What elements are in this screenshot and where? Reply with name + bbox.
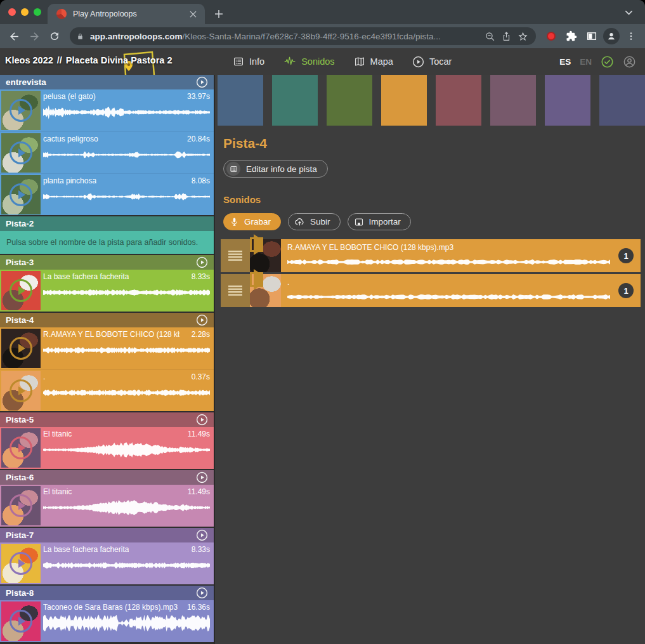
edit-track-info-button[interactable]: Editar info de pista xyxy=(223,160,328,178)
clip-play-overlay-icon[interactable] xyxy=(10,437,32,459)
bookmark-star-icon[interactable] xyxy=(514,28,531,44)
clip-thumbnail[interactable] xyxy=(1,329,41,368)
track-header[interactable]: Pista-7 xyxy=(0,528,214,542)
track-header[interactable]: Pista-4 xyxy=(0,313,214,327)
audio-clip[interactable]: El titanic11.49s xyxy=(0,427,214,469)
track-header[interactable]: Pista-3 xyxy=(0,255,214,270)
browser-tab[interactable]: Play Antropoloops xyxy=(48,4,205,24)
close-window-icon[interactable] xyxy=(8,8,16,16)
tab-overflow-chevron-icon[interactable] xyxy=(624,8,634,17)
project-map-banner[interactable]: Kleos 2022//Placeta Divina Pastora 2 xyxy=(0,48,219,75)
drag-handle-icon[interactable] xyxy=(221,274,250,307)
track-header[interactable]: Pista-8 xyxy=(0,586,214,600)
track-play-all-icon[interactable] xyxy=(196,414,208,426)
clip-play-overlay-icon[interactable] xyxy=(10,379,32,402)
track-play-all-icon[interactable] xyxy=(196,471,208,483)
clip-play-overlay-icon[interactable] xyxy=(10,337,32,360)
clip-thumbnail[interactable] xyxy=(1,175,41,214)
audio-clip[interactable]: Taconeo de Sara Baras (128 kbps).mp316.3… xyxy=(0,600,214,642)
lock-icon[interactable] xyxy=(76,32,84,41)
clip-thumbnail[interactable] xyxy=(1,371,41,411)
track-swatch-2[interactable] xyxy=(272,75,318,126)
clip-waveform[interactable] xyxy=(43,498,210,517)
nav-item-sonidos[interactable]: Sonidos xyxy=(283,56,334,67)
sound-thumbnail[interactable] xyxy=(250,274,281,307)
track-swatch-7[interactable] xyxy=(545,75,590,126)
audio-clip[interactable]: pelusa (el gato)33.97s xyxy=(0,89,214,131)
clip-waveform[interactable] xyxy=(43,283,210,302)
grabar-button[interactable]: Grabar xyxy=(223,213,281,230)
lang-es[interactable]: ES xyxy=(559,57,571,67)
track-header[interactable]: Pista-5 xyxy=(0,412,214,427)
sound-row[interactable]: R.AMAYA Y EL BOBOTE CHICO (128 kbps).mp3… xyxy=(221,239,641,272)
track-header[interactable]: Pista-2 xyxy=(0,216,214,231)
clip-waveform[interactable] xyxy=(43,187,210,206)
drag-handle-icon[interactable] xyxy=(221,239,250,272)
zoom-out-icon[interactable] xyxy=(481,28,498,44)
sound-waveform[interactable] xyxy=(287,256,610,268)
track-play-all-icon[interactable] xyxy=(196,587,208,599)
clip-play-overlay-icon[interactable] xyxy=(10,183,32,206)
track-swatch-4[interactable] xyxy=(381,75,427,126)
clip-thumbnail[interactable] xyxy=(1,428,41,468)
sync-check-icon[interactable] xyxy=(601,55,614,69)
audio-clip[interactable]: El titanic11.49s xyxy=(0,485,214,527)
clip-waveform[interactable] xyxy=(43,614,210,633)
nav-item-tocar[interactable]: Tocar xyxy=(412,56,452,68)
clip-play-overlay-icon[interactable] xyxy=(10,99,32,122)
track-play-all-icon[interactable] xyxy=(196,76,208,88)
track-play-all-icon[interactable] xyxy=(196,314,208,326)
clip-thumbnail[interactable] xyxy=(1,91,41,130)
track-name[interactable]: Pista-6 xyxy=(6,473,196,482)
reload-icon[interactable] xyxy=(46,27,63,45)
clip-thumbnail[interactable] xyxy=(1,271,41,310)
clip-play-overlay-icon[interactable] xyxy=(10,494,32,517)
sound-thumbnail[interactable] xyxy=(250,239,281,272)
profile-avatar[interactable] xyxy=(603,28,620,44)
clip-waveform[interactable] xyxy=(43,341,210,360)
audio-clip[interactable]: La base fachera facherita8.33s xyxy=(0,542,214,584)
track-header[interactable]: Pista-6 xyxy=(0,470,214,485)
clip-play-overlay-icon[interactable] xyxy=(10,279,32,302)
share-icon[interactable] xyxy=(498,28,514,44)
clip-play-overlay-icon[interactable] xyxy=(10,141,32,164)
track-swatch-5[interactable] xyxy=(436,75,481,126)
track-play-all-icon[interactable] xyxy=(196,256,208,268)
extensions-puzzle-icon[interactable] xyxy=(563,27,580,45)
clip-thumbnail[interactable] xyxy=(1,133,41,173)
clip-waveform[interactable] xyxy=(43,145,210,164)
track-swatch-1[interactable] xyxy=(218,75,263,126)
url-bar[interactable]: app.antropoloops.com/Kleos-Santa-Marina/… xyxy=(70,27,536,45)
clip-play-overlay-icon[interactable] xyxy=(250,272,263,287)
clip-play-overlay-icon[interactable] xyxy=(250,237,263,252)
side-panel-icon[interactable] xyxy=(583,27,601,45)
maximize-window-icon[interactable] xyxy=(34,8,41,16)
track-play-all-icon[interactable] xyxy=(196,529,208,541)
account-icon[interactable] xyxy=(623,55,636,69)
clip-waveform[interactable] xyxy=(43,556,210,575)
minimize-window-icon[interactable] xyxy=(21,8,29,16)
track-swatch-3[interactable] xyxy=(327,75,372,126)
forward-icon[interactable] xyxy=(25,27,43,45)
importar-button[interactable]: Importar xyxy=(348,213,411,230)
track-header[interactable]: entrevista xyxy=(0,75,214,89)
clip-thumbnail[interactable] xyxy=(1,486,41,525)
audio-clip[interactable]: .0.37s xyxy=(0,369,214,411)
sound-row[interactable]: .1 xyxy=(221,274,641,307)
tab-close-icon[interactable] xyxy=(187,8,199,20)
clip-waveform[interactable] xyxy=(43,383,210,402)
lang-en[interactable]: EN xyxy=(580,57,592,67)
track-name[interactable]: Pista-7 xyxy=(6,530,196,540)
audio-clip[interactable]: planta pinchosa8.08s xyxy=(0,173,214,215)
track-name[interactable]: Pista-5 xyxy=(6,415,196,424)
audio-clip[interactable]: cactus peligroso20.84s xyxy=(0,131,214,173)
track-swatch-6[interactable] xyxy=(490,75,536,126)
track-name[interactable]: Pista-3 xyxy=(6,258,196,267)
track-name[interactable]: Pista-2 xyxy=(6,219,208,228)
track-name[interactable]: Pista-4 xyxy=(6,315,196,325)
subir-button[interactable]: Subir xyxy=(288,213,341,230)
clip-thumbnail[interactable] xyxy=(1,601,41,641)
track-name[interactable]: entrevista xyxy=(6,77,196,87)
menu-kebab-icon[interactable] xyxy=(622,27,640,45)
sound-waveform[interactable] xyxy=(287,291,610,303)
